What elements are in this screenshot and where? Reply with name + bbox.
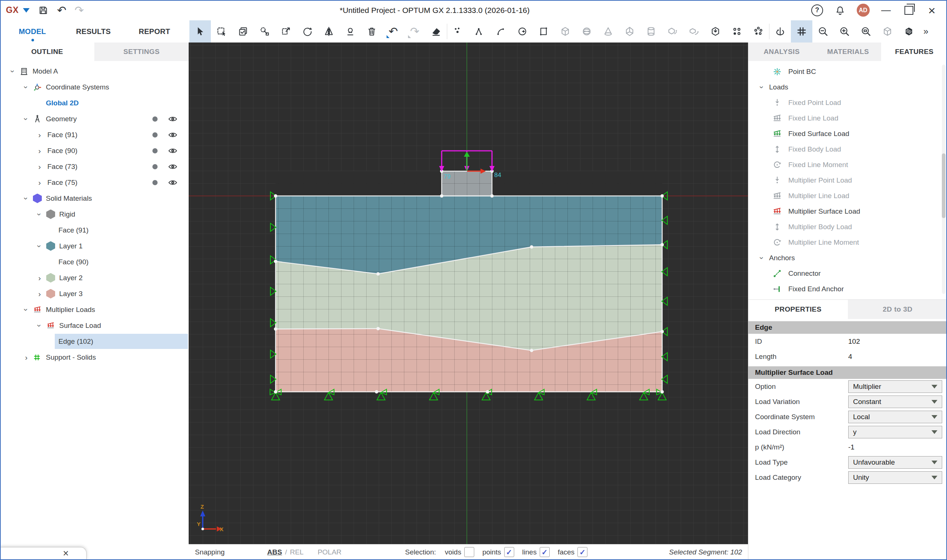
- visibility-eye-icon[interactable]: [167, 115, 178, 123]
- chevron-down-icon[interactable]: ›: [22, 82, 31, 92]
- chevron-right-icon[interactable]: ›: [35, 131, 45, 139]
- load-type-dropdown[interactable]: Unfavourable: [848, 456, 942, 469]
- faces-checkbox[interactable]: ✓: [577, 547, 588, 557]
- arc-tool-icon[interactable]: [490, 20, 512, 43]
- tree-item-rigid-face-91[interactable]: Face (91): [0, 222, 189, 238]
- tab-materials[interactable]: MATERIALS: [815, 43, 881, 61]
- tree-item-layer-1[interactable]: › Layer 1: [0, 238, 189, 254]
- tab-results[interactable]: RESULTS: [70, 20, 117, 43]
- toolbar-overflow-button[interactable]: »: [920, 26, 932, 37]
- grid-toggle-icon[interactable]: [791, 20, 812, 43]
- select-tool-icon[interactable]: [190, 20, 211, 43]
- flyout-close-icon[interactable]: ×: [63, 548, 69, 559]
- snapping-label[interactable]: Snapping: [195, 548, 225, 556]
- import-geometry-icon[interactable]: [705, 20, 726, 43]
- model-viewport[interactable]: 79 84 Z X Y: [189, 43, 748, 544]
- feature-fixed-line-load[interactable]: Fixed Line Load: [748, 111, 947, 126]
- visibility-eye-icon[interactable]: [167, 163, 178, 171]
- tree-item-global-2d[interactable]: Global 2D: [0, 95, 189, 111]
- chevron-down-icon[interactable]: ›: [9, 66, 17, 76]
- view-box-icon[interactable]: [877, 20, 898, 43]
- feature-fixed-point-load[interactable]: Fixed Point Load: [748, 95, 947, 111]
- feature-fixed-line-moment[interactable]: Fixed Line Moment: [748, 157, 947, 172]
- load-variation-dropdown[interactable]: Constant: [848, 395, 942, 408]
- minimize-button[interactable]: —: [875, 0, 898, 20]
- polar-toggle[interactable]: POLAR: [318, 548, 341, 556]
- select-window-icon[interactable]: [211, 20, 232, 43]
- tree-item-coordinate-systems[interactable]: › Coordinate Systems: [0, 79, 189, 95]
- zoom-in-icon[interactable]: [834, 20, 855, 43]
- coordinate-system-dropdown[interactable]: Local: [848, 411, 942, 423]
- feature-multiplier-surface-load[interactable]: Multiplier Surface Load: [748, 204, 947, 219]
- tree-item-model-a[interactable]: › Model A: [0, 63, 189, 79]
- zoom-window-icon[interactable]: [855, 20, 877, 43]
- feature-fixed-body-load[interactable]: Fixed Body Load: [748, 142, 947, 157]
- undo-tool-icon[interactable]: ↶: [383, 20, 404, 43]
- chevron-down-icon[interactable]: ›: [35, 209, 44, 219]
- help-button[interactable]: ?: [806, 0, 828, 20]
- chevron-right-icon[interactable]: ›: [35, 146, 45, 155]
- ellipse-tool-icon[interactable]: [512, 20, 533, 43]
- tree-item-layer-3[interactable]: › Layer 3: [0, 286, 189, 302]
- erase-icon[interactable]: [426, 20, 447, 43]
- feature-multiplier-line-load[interactable]: Multiplier Line Load: [748, 188, 947, 204]
- chevron-down-icon[interactable]: ›: [757, 82, 767, 92]
- line-tool-icon[interactable]: [469, 20, 490, 43]
- sphere-tool-icon[interactable]: [576, 20, 597, 43]
- chevron-right-icon[interactable]: ›: [35, 178, 45, 187]
- chevron-right-icon[interactable]: ›: [35, 274, 45, 282]
- prism-tool-icon[interactable]: [619, 20, 640, 43]
- feature-point-bc[interactable]: Point BC: [748, 64, 947, 80]
- sweep-icon[interactable]: [339, 20, 361, 43]
- extrude-tool-icon[interactable]: [662, 20, 683, 43]
- features-scrollbar-thumb[interactable]: [942, 154, 945, 218]
- tree-item-edge-102-selected[interactable]: Edge (102): [0, 334, 189, 349]
- save-button[interactable]: [38, 5, 49, 16]
- visibility-eye-icon[interactable]: [167, 147, 178, 154]
- delete-icon[interactable]: [361, 20, 383, 43]
- tree-item-surface-load[interactable]: › Surface Load: [0, 317, 189, 334]
- chevron-down-icon[interactable]: ›: [35, 242, 44, 251]
- resize-icon[interactable]: [275, 20, 297, 43]
- points-checkbox[interactable]: ✓: [504, 547, 514, 557]
- tab-features[interactable]: FEATURES: [881, 43, 947, 61]
- voids-checkbox[interactable]: [464, 547, 474, 557]
- tree-item-face-75[interactable]: › Face (75): [0, 174, 189, 190]
- chevron-right-icon[interactable]: ›: [35, 162, 45, 171]
- chevron-right-icon[interactable]: ›: [22, 353, 31, 362]
- redo-tool-icon[interactable]: ↷: [404, 20, 426, 43]
- visibility-eye-icon[interactable]: [167, 179, 178, 186]
- chevron-down-icon[interactable]: ›: [22, 114, 31, 124]
- feature-group-anchors[interactable]: › Anchors: [748, 250, 947, 266]
- tree-item-solid-materials[interactable]: › Solid Materials: [0, 190, 189, 206]
- tree-item-face-73[interactable]: › Face (73): [0, 158, 189, 174]
- abs-toggle[interactable]: ABS: [267, 548, 282, 556]
- tab-settings[interactable]: SETTINGS: [94, 43, 189, 61]
- tab-outline[interactable]: OUTLINE: [0, 43, 94, 61]
- tab-properties[interactable]: PROPERTIES: [748, 300, 848, 319]
- chevron-right-icon[interactable]: ›: [35, 289, 45, 298]
- undo-button[interactable]: ↶: [57, 5, 66, 16]
- load-direction-dropdown[interactable]: y: [848, 426, 942, 438]
- chevron-down-icon[interactable]: ›: [22, 305, 31, 315]
- material-dot[interactable]: [153, 148, 157, 154]
- rectangular-pattern-icon[interactable]: [726, 20, 748, 43]
- material-dot[interactable]: [153, 117, 157, 122]
- point-tool-icon[interactable]: [447, 20, 469, 43]
- tree-item-face-91[interactable]: › Face (91): [0, 127, 189, 143]
- account-button[interactable]: AD: [851, 0, 875, 20]
- material-dot[interactable]: [153, 132, 157, 137]
- tab-analysis[interactable]: ANALYSIS: [748, 43, 815, 61]
- redo-button[interactable]: ↷: [74, 5, 83, 16]
- restore-button[interactable]: [898, 0, 920, 20]
- material-dot[interactable]: [153, 180, 157, 185]
- tree-item-layer1-face-90[interactable]: Face (90): [0, 254, 189, 270]
- tree-item-support-solids[interactable]: › Support - Solids: [0, 349, 189, 365]
- close-button[interactable]: ×: [920, 0, 943, 20]
- mirror-icon[interactable]: [318, 20, 339, 43]
- zoom-out-icon[interactable]: [812, 20, 834, 43]
- select-similar-icon[interactable]: [232, 20, 254, 43]
- rectangle-tool-icon[interactable]: [533, 20, 555, 43]
- box-tool-icon[interactable]: [555, 20, 576, 43]
- rel-toggle[interactable]: REL: [290, 548, 304, 556]
